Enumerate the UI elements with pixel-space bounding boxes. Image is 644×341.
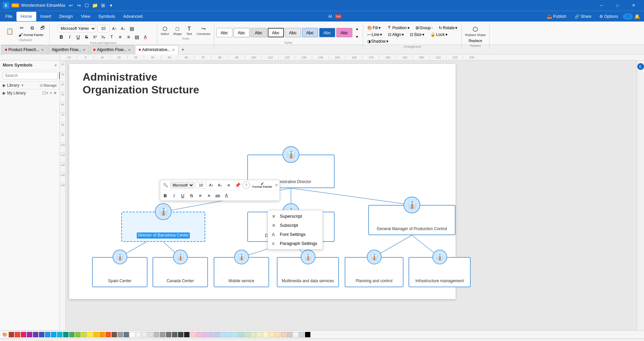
color-swatch-grey8[interactable] [178, 332, 183, 337]
notification-icon[interactable]: 🔔 [634, 14, 640, 19]
text-btn[interactable]: T [108, 33, 116, 41]
ft-pin-btn[interactable]: 📌 [234, 181, 241, 189]
style-box-8[interactable]: Abc [336, 28, 352, 37]
ft-font-size[interactable] [196, 182, 206, 188]
sidebar-collapse-btn[interactable]: « [54, 63, 57, 68]
list1-btn[interactable]: ≡ [117, 33, 124, 41]
color-swatch-cyan[interactable] [57, 332, 62, 337]
node-infrastructure[interactable]: 👔 Infrastructure management [409, 257, 471, 287]
align-btn[interactable]: ▤ [128, 25, 136, 32]
shadow-btn[interactable]: ◑ Shadow ▾ [365, 38, 390, 44]
library-dropdown[interactable]: ▾ [22, 83, 24, 88]
ctx-paragraph-settings[interactable]: ≡ Paragraph Settings [268, 239, 323, 248]
style-box-4[interactable]: Abc [268, 28, 284, 37]
ft-text-align-btn[interactable]: ab [214, 192, 221, 199]
align-format-btn[interactable]: ⊡ Align ▾ [386, 32, 406, 38]
replace-btn[interactable]: Replace [467, 38, 483, 43]
ctx-font-settings[interactable]: A Font Settings [268, 230, 323, 239]
font-shrink-btn[interactable]: A↓ [120, 25, 127, 32]
color-swatch-green1[interactable] [69, 332, 75, 337]
color-swatch-b2[interactable] [220, 332, 226, 337]
style-box-2[interactable]: Abc [233, 28, 250, 37]
library-label[interactable]: Library [7, 83, 19, 88]
menu-home[interactable]: Home [16, 12, 36, 21]
style-box-6[interactable]: Abc [302, 28, 318, 37]
color-swatch-black[interactable] [305, 332, 310, 337]
more-btn[interactable]: ▾ [108, 2, 115, 9]
search-input[interactable] [3, 72, 58, 79]
connector-btn[interactable]: ⤳ Connector [195, 25, 212, 36]
tab-alg1-close[interactable]: ✕ [83, 48, 85, 52]
ft-shrink-btn[interactable]: A↓ [216, 181, 224, 189]
maximize-btn[interactable]: □ [610, 0, 625, 11]
node-spain[interactable]: 👔 Spain Center [92, 257, 147, 287]
color-swatch-grey4[interactable] [154, 332, 159, 337]
color-swatch-pink[interactable] [21, 332, 26, 337]
color-swatch-indigo[interactable] [39, 332, 44, 337]
color-swatch-grey1[interactable] [136, 332, 141, 337]
subscript-btn[interactable]: X₂ [100, 33, 107, 41]
my-library-label[interactable]: My Library [7, 91, 26, 95]
font-color-btn[interactable]: A [142, 33, 149, 41]
color-swatch-p3[interactable] [208, 332, 214, 337]
position-btn[interactable]: 📍 Position ▾ [385, 25, 412, 31]
menu-advanced[interactable]: Advanced [119, 12, 146, 21]
color-swatch-grey[interactable] [118, 332, 123, 337]
tab-product-flow-close[interactable]: ✕ [41, 48, 44, 52]
color-swatch-br1[interactable] [287, 332, 292, 337]
tab-product-flow[interactable]: Product Flowch... ✕ [1, 45, 47, 54]
node-multimedia[interactable]: 👔 Multimedia and data services [277, 257, 339, 287]
fill-btn[interactable]: 🎨 Fill ▾ [365, 25, 383, 31]
ft-font-select[interactable]: Microsoft [170, 182, 194, 188]
color-swatch-blue1[interactable] [45, 332, 50, 337]
style-box-5[interactable]: Abc [285, 28, 301, 37]
style-box-7[interactable]: Abc [319, 28, 335, 37]
styles-scroll-up[interactable]: ▲ [353, 25, 361, 32]
color-swatch-wh1[interactable] [293, 332, 298, 337]
tab-administrative[interactable]: Administrative... ✕ [135, 45, 178, 54]
paste-btn[interactable]: 📋 [3, 28, 16, 35]
cut-btn[interactable]: ✂ [17, 25, 27, 31]
ft-font-color-btn[interactable]: A [223, 192, 230, 199]
color-swatch-dark[interactable] [184, 332, 189, 337]
add-tab-btn[interactable]: + [179, 46, 186, 53]
color-swatch-orange[interactable] [99, 332, 105, 337]
rotate-btn[interactable]: ↻ Rotate ▾ [437, 25, 459, 31]
tab-algorithm-flow1[interactable]: Algorithm Flow... ✕ [48, 45, 89, 54]
lib-add-icon[interactable]: ☐+ [42, 91, 48, 95]
node-production[interactable]: 👔 General Manager of Production Control [368, 205, 456, 235]
color-swatch-t1[interactable] [239, 332, 244, 337]
ft-list-btn[interactable]: ≡ [197, 192, 204, 199]
clone-btn[interactable]: 🗗 [38, 25, 47, 31]
style-box-1[interactable]: Abc [216, 28, 232, 37]
share-btn[interactable]: 🔗 Share [571, 13, 595, 20]
tab-algorithm-flow2[interactable]: Algorithm Flow... ✕ [90, 45, 134, 54]
ctx-subscript[interactable]: ✕ Subscript [268, 221, 323, 230]
node-planning[interactable]: 👔 Planning and control [345, 257, 403, 287]
color-swatch-blue-grey[interactable] [124, 332, 129, 337]
style-box-3[interactable]: Abc [251, 28, 267, 37]
lock-btn[interactable]: 🔒 Lock ▾ [428, 32, 449, 38]
font-size-input[interactable] [97, 25, 110, 32]
text-tool-btn[interactable]: T Text [184, 25, 194, 36]
color-swatch-bg1[interactable] [299, 332, 304, 337]
font-name-select[interactable]: Microsoft YaHei [58, 25, 96, 32]
color-swatch-teal[interactable] [63, 332, 69, 337]
ft-italic-btn[interactable]: I [170, 192, 178, 199]
ft-format-painter[interactable]: 🖌 Format Painter [251, 181, 273, 189]
color-swatch-purple2[interactable] [33, 332, 38, 337]
redo-btn[interactable]: ↪ [76, 2, 82, 9]
color-swatch-b3[interactable] [226, 332, 232, 337]
copy-btn[interactable]: ⧉ [28, 25, 37, 31]
color-swatch-grey2[interactable] [142, 332, 147, 337]
undo-btn[interactable]: ↩ [68, 2, 74, 9]
close-btn[interactable]: ✕ [626, 0, 641, 11]
menu-symbols[interactable]: Symbols [94, 12, 119, 21]
publish-btn[interactable]: 📤 Publish [544, 13, 570, 20]
options-btn[interactable]: ⚙ Options [596, 13, 621, 20]
underline-btn[interactable]: U [75, 33, 82, 41]
color-swatch-deep-orange[interactable] [105, 332, 111, 337]
color-swatch-yellow[interactable] [87, 332, 93, 337]
tab-alg2-close[interactable]: ✕ [128, 48, 131, 52]
format-painter-btn[interactable]: 🖌 Format Painter [17, 32, 45, 38]
